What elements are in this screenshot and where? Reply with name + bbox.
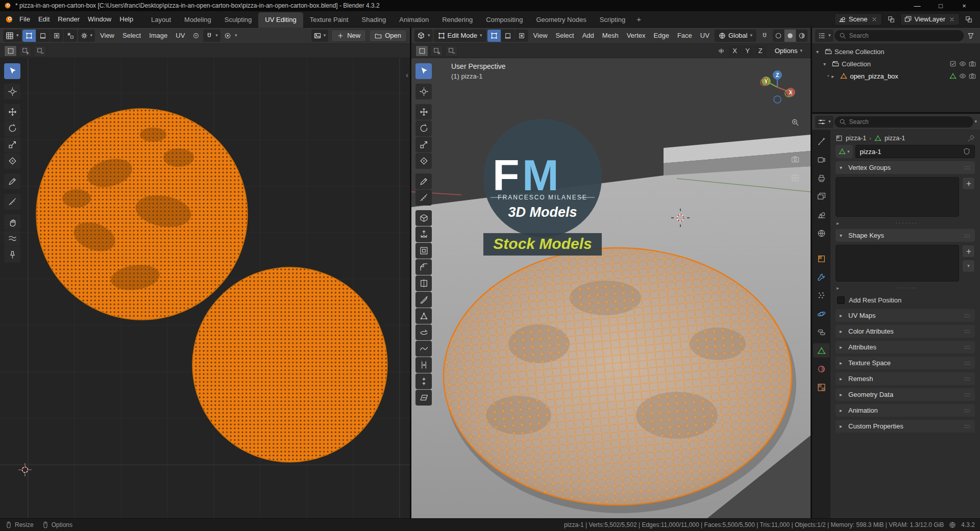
- tool-rotate[interactable]: [4, 120, 20, 136]
- tool-transform[interactable]: [4, 153, 20, 169]
- tool-measure[interactable]: [415, 190, 432, 206]
- tool-smooth[interactable]: [415, 341, 432, 357]
- tool-poly-build[interactable]: [415, 308, 432, 324]
- select-mode-extend-button[interactable]: [430, 45, 443, 57]
- workspace-tab-animation[interactable]: Animation: [393, 12, 435, 28]
- shape-key-specials-button[interactable]: ▾: [962, 260, 975, 272]
- mesh-datablock-dropdown[interactable]: ▾: [836, 145, 853, 158]
- minimize-button[interactable]: —: [905, 0, 929, 11]
- select-mode-new-button[interactable]: [415, 45, 428, 57]
- select-mode-subtract-button[interactable]: [34, 45, 46, 57]
- uv-select-edge-button[interactable]: [36, 30, 50, 42]
- panel-grip-icon[interactable]: [964, 391, 971, 398]
- tool-measure[interactable]: [4, 194, 20, 210]
- workspace-tab-sculpting[interactable]: Sculpting: [218, 12, 258, 28]
- tool-edge-slide[interactable]: [415, 357, 432, 373]
- mirror-toggle-y[interactable]: Y: [742, 45, 754, 57]
- pivot-point-button[interactable]: [190, 30, 202, 42]
- menu-face[interactable]: Face: [673, 30, 696, 41]
- tool-transform[interactable]: [415, 153, 432, 169]
- select-mode-subtract-button[interactable]: [445, 45, 458, 57]
- panel-uv-maps[interactable]: ▸ UV Maps: [836, 309, 975, 322]
- menu-help[interactable]: Help: [115, 13, 137, 25]
- tool-scale[interactable]: [4, 137, 20, 153]
- workspace-tab-shading[interactable]: Shading: [355, 12, 393, 28]
- properties-tab-modifiers[interactable]: [813, 270, 829, 284]
- add-rest-position-checkbox[interactable]: [837, 296, 845, 304]
- menu-view[interactable]: View: [96, 30, 118, 41]
- maximize-button[interactable]: □: [929, 0, 952, 11]
- blender-menu-button[interactable]: [3, 13, 15, 26]
- panel-vertex-groups[interactable]: ▾ Vertex Groups: [836, 161, 975, 174]
- panel-custom-properties[interactable]: ▸ Custom Properties: [836, 420, 975, 433]
- panel-grip-icon[interactable]: [964, 375, 971, 383]
- mirror-toggle-x[interactable]: X: [729, 45, 741, 57]
- properties-tab-scene[interactable]: [813, 208, 829, 222]
- panel-texture-space[interactable]: ▸ Texture Space: [836, 357, 975, 369]
- panel-grip-icon[interactable]: [964, 360, 971, 367]
- face-select-button[interactable]: [515, 30, 528, 42]
- vertex-select-button[interactable]: [487, 30, 501, 42]
- select-mode-new-button[interactable]: [4, 45, 17, 57]
- panel-grip-icon[interactable]: [964, 312, 971, 319]
- panel-animation[interactable]: ▸ Animation: [836, 404, 975, 417]
- proportional-editing-button[interactable]: [222, 30, 234, 42]
- new-view-layer-button[interactable]: [963, 13, 975, 26]
- uv-island-large[interactable]: [36, 109, 248, 320]
- breadcrumb-object[interactable]: pizza-1: [846, 135, 866, 142]
- tool-annotate[interactable]: [4, 173, 20, 189]
- properties-tab-material[interactable]: [813, 362, 829, 376]
- fake-user-shield-icon[interactable]: [963, 148, 970, 155]
- menu-image[interactable]: Image: [145, 30, 172, 41]
- workspace-tab-uv-editing[interactable]: UV Editing: [258, 12, 303, 28]
- outliner-filter-button[interactable]: [965, 30, 977, 42]
- uv-select-face-button[interactable]: [50, 30, 63, 42]
- menu-vertex[interactable]: Vertex: [623, 30, 650, 41]
- shading-solid-button[interactable]: [785, 30, 796, 42]
- tool-shrink-fatten[interactable]: [415, 373, 432, 389]
- menu-mesh[interactable]: Mesh: [598, 30, 623, 41]
- mirror-toggle-z[interactable]: Z: [754, 45, 767, 57]
- properties-tab-output[interactable]: [813, 171, 829, 185]
- shading-material-button[interactable]: [796, 30, 807, 42]
- properties-tab-texture[interactable]: [813, 380, 829, 394]
- tool-add-cube[interactable]: [415, 210, 432, 226]
- view-layer-selector[interactable]: ViewLayer: [900, 13, 960, 26]
- panel-grip-icon[interactable]: [964, 423, 971, 430]
- tool-annotate[interactable]: [415, 173, 432, 189]
- outliner-search-input[interactable]: [849, 32, 959, 39]
- tool-extrude-region[interactable]: [415, 226, 432, 242]
- uv-select-vertex-button[interactable]: [22, 30, 36, 42]
- properties-tab-tool[interactable]: [813, 134, 829, 148]
- region-collapse-arrow[interactable]: ‹: [406, 70, 408, 79]
- tool-pin[interactable]: [4, 247, 20, 263]
- shape-keys-list[interactable]: [836, 245, 959, 282]
- menu-edge[interactable]: Edge: [650, 30, 673, 41]
- tool-move[interactable]: [415, 104, 432, 120]
- add-vertex-group-button[interactable]: [962, 177, 975, 190]
- add-shape-key-button[interactable]: [962, 245, 975, 258]
- panel-grip-icon[interactable]: [964, 164, 971, 171]
- render-camera-icon[interactable]: [969, 60, 976, 67]
- scene-selector[interactable]: Scene: [835, 13, 882, 26]
- add-workspace-button[interactable]: +: [632, 13, 646, 26]
- outliner-row-scene-collection[interactable]: ▾ Scene Collection: [812, 45, 980, 58]
- transform-orientation-dropdown[interactable]: Global ▾: [715, 30, 756, 42]
- uv-select-island-button[interactable]: [64, 30, 77, 42]
- expand-icon[interactable]: ▾: [816, 49, 822, 55]
- list-filter-toggle[interactable]: ▸: [837, 285, 839, 291]
- tool-relax[interactable]: [4, 231, 20, 246]
- snapping-button[interactable]: ▾: [203, 30, 220, 42]
- new-scene-button[interactable]: [885, 13, 897, 26]
- uv-canvas[interactable]: [0, 58, 410, 518]
- viewport-3d-scene[interactable]: F M FRANCESCO MILANESE 3D Models Stock M…: [411, 58, 811, 518]
- shading-wireframe-button[interactable]: [773, 30, 784, 42]
- tool-knife[interactable]: [415, 292, 432, 308]
- expand-icon[interactable]: ▾: [823, 61, 829, 67]
- list-resize-grip[interactable]: ·······: [895, 286, 918, 289]
- editor-type-button[interactable]: ▾: [3, 30, 21, 42]
- menu-add[interactable]: Add: [578, 30, 598, 41]
- properties-tab-particles[interactable]: [813, 288, 829, 302]
- properties-tab-object[interactable]: [813, 251, 829, 266]
- properties-tab-world[interactable]: [813, 226, 829, 240]
